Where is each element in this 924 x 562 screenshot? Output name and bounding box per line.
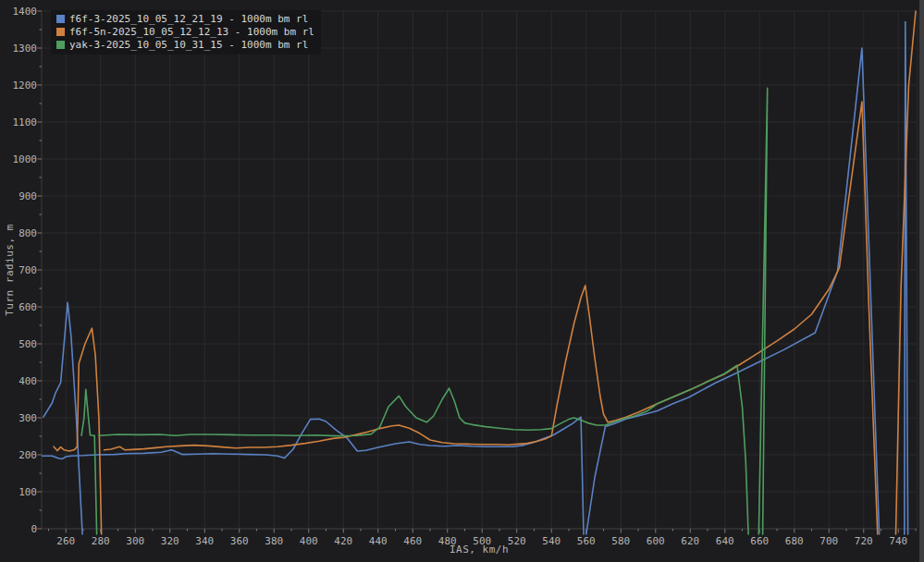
y-tick-label: 600 [18, 301, 37, 313]
legend-swatch-icon [56, 28, 65, 36]
legend-label: yak-3-2025_10_05_10_31_15 - 1000m bm rl [69, 39, 308, 51]
legend-item-2[interactable]: yak-3-2025_10_05_10_31_15 - 1000m bm rl [56, 39, 314, 51]
y-tick-label: 0 [31, 523, 37, 535]
series-layer [42, 11, 916, 534]
x-tick-label: 460 [403, 535, 422, 547]
legend-swatch-icon [56, 41, 65, 49]
tick-label-layer: 2602803003203403603804004204404604805005… [13, 6, 908, 547]
chart-canvas: 2602803003203403603804004204404604805005… [0, 0, 924, 562]
x-tick-label: 680 [785, 535, 804, 547]
x-tick-label: 440 [369, 535, 388, 547]
x-tick-label: 320 [161, 535, 179, 547]
x-tick-label: 260 [56, 535, 75, 547]
series-line-0 [905, 22, 908, 534]
x-tick-label: 540 [542, 535, 561, 547]
x-tick-label: 640 [716, 535, 734, 547]
x-tick-label: 420 [334, 535, 352, 547]
x-tick-label: 400 [300, 535, 318, 547]
y-tick-label: 1200 [13, 79, 38, 92]
series-line-1 [54, 328, 102, 534]
legend-item-0[interactable]: f6f-3-2025_10_05_12_21_19 - 1000m bm rl [56, 13, 314, 25]
x-axis-title: IAS, km/h [450, 544, 509, 556]
x-tick-label: 560 [577, 535, 596, 547]
series-line-1 [105, 102, 878, 534]
series-line-0 [586, 48, 880, 534]
y-tick-label: 1400 [13, 6, 38, 18]
legend: f6f-3-2025_10_05_12_21_19 - 1000m bm rlf… [51, 10, 321, 55]
x-tick-label: 620 [681, 535, 699, 547]
y-tick-label: 100 [18, 486, 37, 498]
x-tick-label: 580 [611, 535, 630, 547]
y-tick-label: 300 [18, 412, 37, 424]
y-tick-label: 400 [18, 375, 37, 387]
x-tick-label: 520 [508, 535, 526, 547]
series-line-2 [99, 365, 748, 534]
y-tick-label: 1000 [13, 153, 38, 165]
x-tick-label: 660 [750, 535, 769, 547]
x-tick-label: 300 [126, 535, 144, 547]
x-tick-label: 700 [819, 535, 838, 547]
x-tick-label: 600 [647, 535, 665, 547]
right-scrollbar[interactable] [919, 0, 924, 562]
x-tick-label: 360 [230, 535, 249, 547]
legend-item-1[interactable]: f6f-5n-2025_10_05_12_12_13 - 1000m bm rl [56, 26, 314, 38]
x-tick-label: 720 [855, 535, 873, 547]
x-tick-label: 280 [92, 535, 110, 547]
y-tick-label: 900 [18, 190, 37, 202]
legend-label: f6f-3-2025_10_05_12_21_19 - 1000m bm rl [69, 13, 308, 25]
y-tick-label: 700 [18, 264, 37, 276]
legend-swatch-icon [56, 15, 65, 23]
y-tick-label: 1100 [13, 116, 38, 128]
y-tick-label: 500 [18, 338, 37, 350]
series-line-0 [43, 302, 82, 534]
x-tick-label: 340 [195, 535, 214, 547]
x-tick-label: 740 [889, 535, 907, 547]
x-tick-label: 380 [265, 535, 283, 547]
legend-label: f6f-5n-2025_10_05_12_12_13 - 1000m bm rl [69, 26, 314, 38]
y-tick-label: 1300 [13, 43, 38, 55]
y-tick-label: 200 [18, 449, 37, 461]
plot-svg: 2602803003203403603804004204404604805005… [0, 0, 924, 562]
y-axis-title: Turn radius, m [4, 224, 16, 316]
y-tick-label: 800 [18, 227, 37, 239]
series-line-2 [81, 389, 97, 534]
